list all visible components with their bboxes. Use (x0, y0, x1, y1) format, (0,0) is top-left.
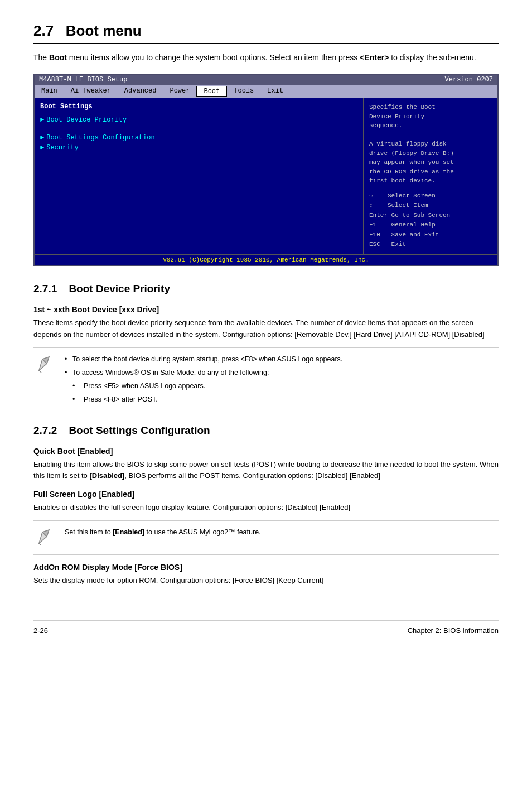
bios-footer: v02.61 (C)Copyright 1985-2010, American … (35, 254, 497, 265)
note-subitem-1: Press <F5> when ASUS Logo appears. (72, 380, 342, 392)
quick-boot-heading: Quick Boot [Enabled] (33, 447, 499, 456)
intro-text: The Boot menu items allow you to change … (33, 52, 499, 64)
footer-page-number: 2-26 (33, 626, 48, 635)
bios-right-panel: Specifies the Boot Device Priority seque… (364, 98, 497, 254)
quick-boot-body: Enabling this item allows the BIOS to sk… (33, 459, 499, 482)
bios-menu-aitweaker: Ai Tweaker (64, 86, 118, 97)
bios-menu-advanced: Advanced (118, 86, 163, 97)
note-item-2: To access Windows® OS in Safe Mode, do a… (65, 367, 342, 405)
svg-line-1 (39, 543, 41, 545)
subsection-271-subheading: 1st ~ xxth Boot Device [xxx Drive] (33, 305, 499, 314)
arrow-icon-2: ► (40, 134, 44, 142)
full-screen-logo-heading: Full Screen Logo [Enabled] (33, 490, 499, 499)
note-subitem-2: Press <F8> after POST. (72, 394, 342, 405)
section-header: 2.7 Boot menu The Boot menu items allow … (33, 22, 499, 64)
arrow-icon-3: ► (40, 144, 44, 152)
bios-left-panel: Boot Settings ► Boot Device Priority ► B… (35, 98, 364, 254)
note-272-content: Set this item to [Enabled] to use the AS… (65, 526, 261, 538)
bios-keys: ↔ Select Screen ↕ Select Item Enter Go t… (369, 191, 492, 250)
bios-title: M4A88T-M LE BIOS Setup (39, 76, 127, 84)
bios-help-text-1: Specifies the Boot Device Priority seque… (369, 103, 492, 186)
note-pen-icon (33, 354, 56, 376)
note-pen-icon-2 (33, 526, 56, 549)
note-271-content: To select the boot device during system … (65, 354, 342, 407)
footer-chapter: Chapter 2: BIOS information (408, 626, 499, 635)
full-screen-logo-body: Enables or disables the full screen logo… (33, 502, 499, 514)
bios-content-area: Boot Settings ► Boot Device Priority ► B… (35, 98, 497, 254)
subsection-272: 2.7.2 Boot Settings Configuration Quick … (33, 424, 499, 587)
subsection-271: 2.7.1 Boot Device Priority 1st ~ xxth Bo… (33, 283, 499, 413)
bios-section-header: Boot Settings (40, 103, 357, 110)
bios-version: Version 0207 (445, 76, 493, 84)
bios-item-boot-device-priority: ► Boot Device Priority (40, 115, 357, 125)
bios-item-security: ► Security (40, 143, 357, 153)
bios-menu-tools: Tools (227, 86, 260, 97)
bios-menu-exit: Exit (260, 86, 290, 97)
subsection-271-body: These items specify the boot device prio… (33, 317, 499, 341)
subsection-272-title: 2.7.2 Boot Settings Configuration (33, 424, 499, 439)
addon-rom-heading: AddOn ROM Display Mode [Force BIOS] (33, 563, 499, 572)
svg-line-0 (39, 370, 41, 373)
subsection-271-title: 2.7.1 Boot Device Priority (33, 283, 499, 297)
bios-menubar: Main Ai Tweaker Advanced Power Boot Tool… (35, 85, 497, 98)
addon-rom-body: Sets the display mode for option ROM. Co… (33, 575, 499, 587)
note-box-271: To select the boot device during system … (33, 347, 499, 413)
note-item-1: To select the boot device during system … (65, 354, 342, 365)
section-title: 2.7 Boot menu (33, 22, 499, 44)
bios-menu-boot: Boot (196, 86, 227, 97)
bios-screenshot: M4A88T-M LE BIOS Setup Version 0207 Main… (33, 74, 499, 266)
arrow-icon: ► (40, 116, 44, 124)
page-footer: 2-26 Chapter 2: BIOS information (33, 620, 499, 635)
note-box-272: Set this item to [Enabled] to use the AS… (33, 520, 499, 555)
bios-topbar: M4A88T-M LE BIOS Setup Version 0207 (35, 75, 497, 85)
bios-item-boot-settings-config: ► Boot Settings Configuration (40, 133, 357, 143)
bios-menu-power: Power (163, 86, 196, 97)
bios-menu-main: Main (35, 86, 64, 97)
